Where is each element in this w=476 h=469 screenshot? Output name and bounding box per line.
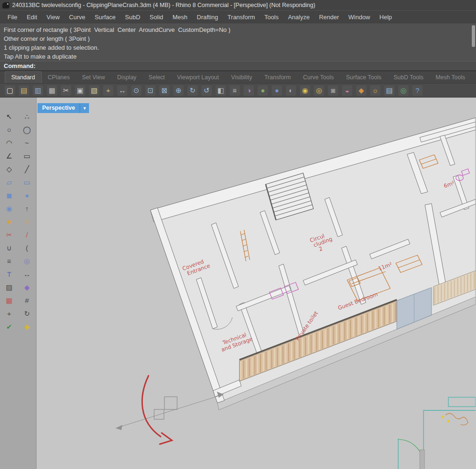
- menu-item[interactable]: Help: [375, 12, 397, 23]
- circle-tool-icon[interactable]: ○: [2, 123, 16, 136]
- open-file-icon[interactable]: ▤: [19, 85, 29, 96]
- help-icon[interactable]: ?: [412, 85, 423, 96]
- menu-item[interactable]: Render: [314, 12, 344, 23]
- new-file-icon[interactable]: ▢: [5, 85, 15, 96]
- line-tool-icon[interactable]: ╱: [20, 162, 34, 175]
- toolbar-tab[interactable]: Select: [142, 72, 171, 83]
- lock-icon[interactable]: ◙: [328, 85, 338, 96]
- save-file-icon[interactable]: ▥: [33, 85, 43, 96]
- earth-globe-icon[interactable]: ◎: [398, 85, 409, 96]
- hatch-tool-icon[interactable]: ▨: [2, 280, 16, 294]
- sphere-tool-icon[interactable]: ●: [20, 189, 34, 202]
- join-tool-icon[interactable]: ∪: [2, 241, 16, 254]
- toolbar-tab[interactable]: Transform: [258, 72, 297, 83]
- offset-tool-icon[interactable]: ≡: [2, 254, 16, 267]
- array-tool-icon[interactable]: ▦: [2, 294, 16, 307]
- rotate-tool-icon[interactable]: ↻: [20, 307, 34, 320]
- layer-color-icon[interactable]: ◒: [342, 85, 352, 96]
- toolbar-tab[interactable]: CPlanes: [42, 72, 76, 83]
- toolbar-tab[interactable]: Visibility: [225, 72, 258, 83]
- menu-item[interactable]: SubD: [120, 12, 145, 23]
- print-icon[interactable]: ▦: [47, 85, 57, 96]
- toolbar-tab[interactable]: Standard: [5, 71, 42, 83]
- pan-view-icon[interactable]: +: [103, 85, 113, 96]
- extrude-tool-icon[interactable]: ↑: [20, 202, 34, 215]
- options-gear-icon[interactable]: ☼: [370, 85, 380, 96]
- select-arrow-icon[interactable]: ↖: [2, 110, 16, 123]
- explode-tool-icon[interactable]: ★: [2, 215, 16, 228]
- move-tool-icon[interactable]: +: [2, 307, 16, 320]
- zoom-window-icon[interactable]: ⊡: [145, 85, 156, 96]
- menu-item[interactable]: Curve: [64, 12, 90, 23]
- cut-icon[interactable]: ✂: [61, 85, 71, 96]
- plane-tool-icon[interactable]: ▭: [20, 175, 34, 189]
- menu-item[interactable]: Window: [344, 12, 375, 23]
- polygon-tool-icon[interactable]: ◇: [2, 162, 16, 175]
- check-tool-icon[interactable]: ✔: [2, 320, 16, 333]
- rectangle-tool-icon[interactable]: ▭: [20, 149, 34, 162]
- menu-item[interactable]: File: [3, 12, 22, 23]
- toolbar-tab[interactable]: Curve Tools: [297, 72, 340, 83]
- tool-sidebar: ↖∴○◯◠~∠▭◇╱▱▭◼●◉↑★☆✂/∪(≡◎T↔▨◆▦#+↻✔◆: [0, 98, 37, 469]
- command-scrollbar[interactable]: [472, 25, 475, 47]
- menu-item[interactable]: View: [42, 12, 64, 23]
- curve-tool-icon[interactable]: ~: [20, 136, 34, 149]
- arc-tool-icon[interactable]: ◠: [2, 136, 16, 149]
- toolbar-tab[interactable]: Viewport Layout: [171, 72, 225, 83]
- set-view-icon[interactable]: ◧: [216, 85, 226, 96]
- zoom-selected-icon[interactable]: ⊠: [159, 85, 170, 96]
- chevron-down-icon[interactable]: ▼: [80, 103, 89, 113]
- menu-item[interactable]: Edit: [22, 12, 42, 23]
- zoom-extents-icon[interactable]: ⊕: [173, 85, 184, 96]
- shaded-mode-icon[interactable]: ●: [258, 85, 268, 96]
- ghosted-mode-icon[interactable]: ◐: [286, 85, 296, 96]
- perspective-viewport[interactable]: Perspective ▼: [37, 98, 476, 469]
- dimension-tool-icon[interactable]: ↔: [20, 267, 34, 280]
- copy-icon[interactable]: ▣: [75, 85, 85, 96]
- layout-levels-icon[interactable]: ▤: [384, 85, 394, 96]
- layer-diamond-icon[interactable]: ◆: [20, 320, 34, 333]
- red-arrow-annotation: [142, 376, 172, 444]
- grid-tool-icon[interactable]: #: [20, 294, 34, 307]
- display-modes-icon[interactable]: ◑: [244, 85, 254, 96]
- light-icon[interactable]: ◉: [300, 85, 310, 96]
- command-prompt[interactable]: Command:: [0, 61, 476, 71]
- trim-tool-icon[interactable]: ✂: [2, 228, 16, 241]
- spotlight-icon[interactable]: ◎: [314, 85, 324, 96]
- sphere-points-icon[interactable]: ◎: [20, 254, 34, 267]
- toolbar-tab[interactable]: Mesh Tools: [430, 72, 471, 83]
- ellipse-tool-icon[interactable]: ◯: [20, 123, 34, 136]
- polyline-tool-icon[interactable]: ∠: [2, 149, 16, 162]
- split-tool-icon[interactable]: /: [20, 228, 34, 241]
- paste-icon[interactable]: ▧: [89, 85, 99, 96]
- toolbar-tab[interactable]: Surface Tools: [340, 72, 387, 83]
- point-cloud-icon[interactable]: ∴: [20, 110, 34, 123]
- menu-item[interactable]: Transform: [223, 12, 260, 23]
- named-views-icon[interactable]: ≡: [230, 85, 240, 96]
- menu-item[interactable]: Solid: [145, 12, 168, 23]
- text-tool-icon[interactable]: T: [2, 267, 16, 280]
- cylinder-tool-icon[interactable]: ◉: [2, 202, 16, 215]
- menu-item[interactable]: Analyze: [283, 12, 314, 23]
- toolbar-tab[interactable]: Set View: [76, 72, 111, 83]
- box-tool-icon[interactable]: ◼: [2, 189, 16, 202]
- rotate-view-icon[interactable]: ↻: [187, 85, 198, 96]
- rendered-mode-icon[interactable]: ●: [272, 85, 282, 96]
- main-area: ↖∴○◯◠~∠▭◇╱▱▭◼●◉↑★☆✂/∪(≡◎T↔▨◆▦#+↻✔◆ Persp…: [0, 98, 476, 469]
- fillet-tool-icon[interactable]: (: [20, 241, 34, 254]
- viewport-canvas[interactable]: Covered Entrance Technical and Storage P…: [37, 98, 476, 469]
- menu-item[interactable]: Surface: [90, 12, 120, 23]
- zoom-dynamic-icon[interactable]: ⊙: [131, 85, 141, 96]
- undo-view-icon[interactable]: ↺: [201, 85, 212, 96]
- toolbar-tab[interactable]: Display: [111, 72, 142, 83]
- toolbar-tab[interactable]: SubD Tools: [387, 72, 430, 83]
- menu-item[interactable]: Tools: [260, 12, 283, 23]
- block-tool-icon[interactable]: ◆: [20, 280, 34, 294]
- surface-tool-icon[interactable]: ▱: [2, 175, 16, 189]
- render-spark-icon[interactable]: ☆: [20, 215, 34, 228]
- material-icon[interactable]: ◆: [356, 85, 366, 96]
- menu-item[interactable]: Mesh: [168, 12, 192, 23]
- move-icon[interactable]: ↔: [117, 85, 127, 96]
- menu-item[interactable]: Drafting: [192, 12, 223, 23]
- viewport-tab[interactable]: Perspective ▼: [37, 103, 89, 113]
